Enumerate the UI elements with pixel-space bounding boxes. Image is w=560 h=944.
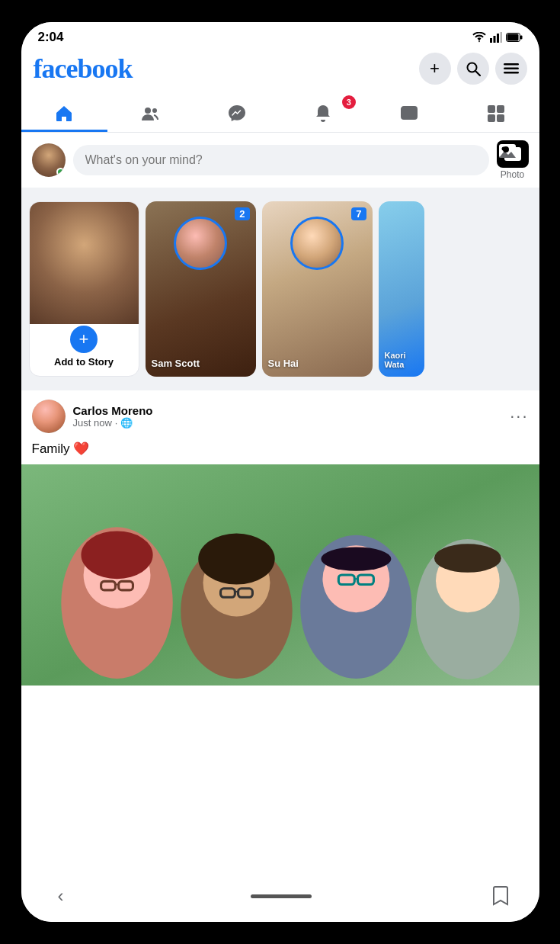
story-su-badge: 7 [351,207,366,220]
tab-friends[interactable] [107,92,194,132]
status-icons [472,32,523,43]
photo-label: Photo [501,169,524,180]
back-button[interactable]: ‹ [52,882,70,910]
signal-icon [490,32,502,43]
svg-point-35 [321,547,391,570]
svg-rect-6 [507,34,518,41]
friends-icon [140,104,160,124]
story-su-hai[interactable]: 7 Su Hai [262,201,373,377]
svg-rect-16 [488,105,495,113]
story-add-preview [30,202,139,324]
svg-rect-10 [504,68,519,70]
post-author-name: Carlos Moreno [73,404,153,417]
globe-icon: 🌐 [120,417,133,429]
story-sam-badge: 2 [235,207,249,220]
svg-point-12 [145,108,151,114]
stories-section: + Add to Story 2 Sam Scott 7 Su Hai [21,194,539,390]
story-su-name: Su Hai [268,358,299,369]
svg-point-26 [81,531,152,579]
tab-home[interactable] [21,92,107,132]
menu-button[interactable] [495,53,527,85]
svg-rect-1 [493,36,495,43]
marketplace-icon [486,104,506,124]
svg-rect-3 [500,32,502,43]
watch-icon [399,104,419,124]
svg-line-8 [475,71,480,75]
search-button[interactable] [457,53,489,85]
story-add-section: + Add to Story [30,324,139,376]
post-time: Just now [73,417,112,429]
home-icon [54,103,74,123]
battery-icon [506,33,523,42]
post-author-avatar [32,400,66,433]
post-input[interactable] [73,145,489,175]
story-kaori-name: Kaori Wata [385,351,424,369]
notification-badge: 3 [342,95,356,109]
svg-rect-18 [488,114,495,122]
bottom-nav: ‹ [21,875,539,922]
svg-rect-2 [497,34,499,43]
photo-icon [497,140,529,168]
story-sam-scott[interactable]: 2 Sam Scott [146,201,256,377]
svg-rect-9 [504,63,519,66]
svg-rect-17 [497,105,504,113]
svg-point-13 [152,108,157,113]
photo-button[interactable]: Photo [497,140,529,180]
add-button[interactable]: + [419,53,451,85]
screen: 2:04 [21,22,539,922]
status-time: 2:04 [38,30,64,45]
svg-rect-11 [504,72,519,74]
post-separator: · [115,417,118,429]
post-create-bar: Photo [21,133,539,194]
facebook-logo: facebook [34,53,133,85]
story-sam-name: Sam Scott [152,358,200,369]
header-actions: + [419,53,527,85]
svg-point-21 [501,147,505,151]
post-header: Carlos Moreno Just now · 🌐 ··· [21,390,539,439]
current-user-avatar [32,143,66,177]
post-user-details: Carlos Moreno Just now · 🌐 [73,404,153,429]
notifications-icon [313,104,333,124]
phone-frame: 2:04 [0,0,560,944]
post-text: Family ❤️ [21,439,539,464]
nav-tabs: 3 [21,92,539,133]
add-story-card[interactable]: + Add to Story [29,201,139,377]
search-icon [466,61,481,76]
header: facebook + [21,50,539,92]
tab-notifications[interactable]: 3 [280,92,366,132]
svg-rect-5 [520,36,523,40]
svg-point-38 [434,544,501,573]
wifi-icon [472,32,486,43]
post-meta: Just now · 🌐 [73,417,153,429]
post-card: Carlos Moreno Just now · 🌐 ··· Family ❤️ [21,390,539,875]
svg-rect-0 [490,38,492,43]
photo-icon-svg [497,140,518,162]
add-story-button[interactable]: + [70,326,98,353]
home-indicator [251,894,312,898]
post-more-button[interactable]: ··· [510,406,528,426]
post-image [21,464,539,686]
menu-icon [504,63,519,74]
tab-watch[interactable] [366,92,453,132]
online-indicator [56,168,65,176]
tab-messenger[interactable] [194,92,280,132]
story-kaori[interactable]: Kaori Wata [379,201,424,377]
svg-point-29 [198,534,274,585]
add-story-label: Add to Story [54,356,114,368]
post-user-info: Carlos Moreno Just now · 🌐 [32,400,153,433]
svg-rect-19 [497,114,504,122]
bookmark-icon[interactable] [492,885,509,907]
status-bar: 2:04 [21,22,539,50]
post-group-photo [21,464,539,686]
tab-marketplace[interactable] [453,92,539,132]
messenger-icon [227,104,247,124]
